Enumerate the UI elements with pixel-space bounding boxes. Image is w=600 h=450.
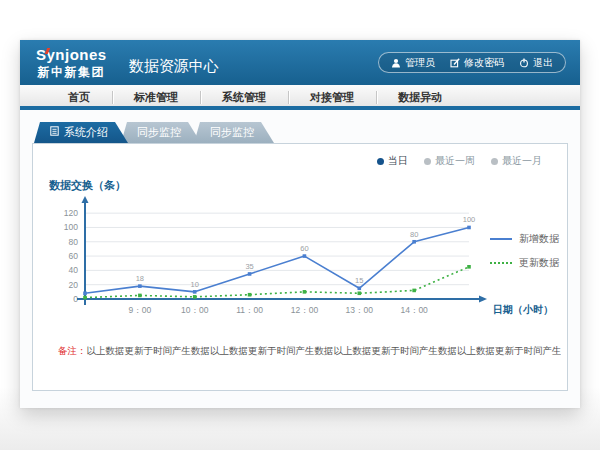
svg-text:18: 18: [136, 274, 144, 283]
radio-last-month-label: 最近一月: [502, 154, 542, 168]
svg-text:60: 60: [69, 251, 79, 261]
change-password-button[interactable]: 修改密码: [450, 56, 504, 70]
nav-item-standard[interactable]: 标准管理: [112, 85, 200, 106]
app-window: Synjones 新中新集团 数据资源中心 管理员 修改密码: [20, 40, 580, 408]
radio-last-week-label: 最近一周: [435, 154, 475, 168]
legend-item-new-data[interactable]: 新增数据: [490, 232, 559, 246]
radio-today-label: 当日: [388, 154, 408, 168]
logo-text-en: Synjones: [36, 47, 107, 62]
main-nav: 首页 标准管理 系统管理 对接管理 数据异动: [20, 85, 580, 110]
svg-text:100: 100: [64, 222, 78, 232]
svg-text:10：00: 10：00: [181, 305, 209, 315]
chart-panel: 当日 最近一周 最近一月 数据交换（条） 0204060801001209：00…: [32, 143, 568, 391]
tab-system-intro-label: 系统介绍: [64, 122, 108, 143]
logout-label: 退出: [533, 56, 553, 70]
nav-item-docking[interactable]: 对接管理: [288, 85, 376, 106]
change-password-label: 修改密码: [464, 56, 504, 70]
svg-text:80: 80: [69, 237, 79, 247]
nav-item-system[interactable]: 系统管理: [200, 85, 288, 106]
svg-text:11：00: 11：00: [236, 305, 263, 315]
nav-item-home[interactable]: 首页: [46, 85, 112, 106]
user-menu: 管理员 修改密码 退出: [378, 52, 566, 73]
svg-text:9：00: 9：00: [129, 305, 152, 315]
radio-today[interactable]: 当日: [377, 154, 408, 168]
user-menu-admin-label: 管理员: [405, 56, 435, 70]
tab-sync-monitor-2[interactable]: 同步监控: [194, 122, 274, 143]
footnote: 备注：以上数据更新于时间产生数据以上数据更新于时间产生数据以上数据更新于时间产生…: [58, 345, 561, 358]
chart-legend: 新增数据 更新数据: [490, 232, 559, 270]
footnote-label: 备注：: [58, 345, 87, 356]
page: Synjones 新中新集团 数据资源中心 管理员 修改密码: [0, 0, 600, 450]
radio-last-week[interactable]: 最近一周: [424, 154, 475, 168]
svg-text:120: 120: [64, 208, 78, 218]
svg-text:12：00: 12：00: [291, 305, 319, 315]
tab-sync-monitor-2-label: 同步监控: [210, 122, 254, 143]
nav-item-changes[interactable]: 数据异动: [376, 85, 464, 106]
svg-text:13：00: 13：00: [346, 305, 374, 315]
footnote-text: 以上数据更新于时间产生数据以上数据更新于时间产生数据以上数据更新于时间产生数据以…: [87, 345, 562, 356]
radio-last-month[interactable]: 最近一月: [491, 154, 542, 168]
legend-item-updated-data[interactable]: 更新数据: [490, 256, 559, 270]
svg-text:15: 15: [355, 276, 363, 285]
legend-updated-data-label: 更新数据: [519, 256, 559, 270]
svg-text:100: 100: [463, 215, 476, 224]
legend-new-data-label: 新增数据: [519, 232, 559, 246]
chart-area: 数据交换（条） 0204060801001209：0010：0011：0012：…: [33, 178, 567, 332]
content: 系统介绍 同步监控 同步监控 当日 最近一周: [20, 110, 580, 391]
svg-text:40: 40: [69, 265, 79, 275]
radio-dot-icon: [491, 158, 498, 165]
header: Synjones 新中新集团 数据资源中心 管理员 修改密码: [20, 40, 580, 85]
user-icon: [391, 58, 401, 68]
radio-dot-icon: [424, 158, 431, 165]
svg-text:14：00: 14：00: [400, 305, 428, 315]
edit-icon: [450, 58, 460, 68]
y-axis-title: 数据交换（条）: [49, 178, 567, 193]
logo: Synjones 新中新集团: [36, 47, 107, 78]
tab-sync-monitor-1[interactable]: 同步监控: [121, 122, 201, 143]
svg-text:日期（小时）: 日期（小时）: [493, 304, 553, 315]
svg-text:10: 10: [191, 280, 199, 289]
tab-bar: 系统介绍 同步监控 同步监控: [34, 122, 568, 143]
dotted-line-icon: [490, 262, 512, 264]
page-title: 数据资源中心: [129, 57, 219, 76]
tab-system-intro[interactable]: 系统介绍: [34, 122, 128, 143]
svg-text:60: 60: [300, 244, 308, 253]
power-icon: [519, 58, 529, 68]
user-menu-admin[interactable]: 管理员: [391, 56, 435, 70]
document-icon: [50, 122, 59, 143]
time-range-filter: 当日 最近一周 最近一月: [377, 154, 542, 168]
svg-text:80: 80: [410, 230, 418, 239]
svg-text:20: 20: [69, 280, 79, 290]
svg-text:35: 35: [245, 262, 253, 271]
logout-button[interactable]: 退出: [519, 56, 553, 70]
solid-line-icon: [490, 238, 512, 240]
tab-sync-monitor-1-label: 同步监控: [137, 122, 181, 143]
radio-dot-icon: [377, 158, 384, 165]
logo-text-cn: 新中新集团: [36, 66, 107, 78]
